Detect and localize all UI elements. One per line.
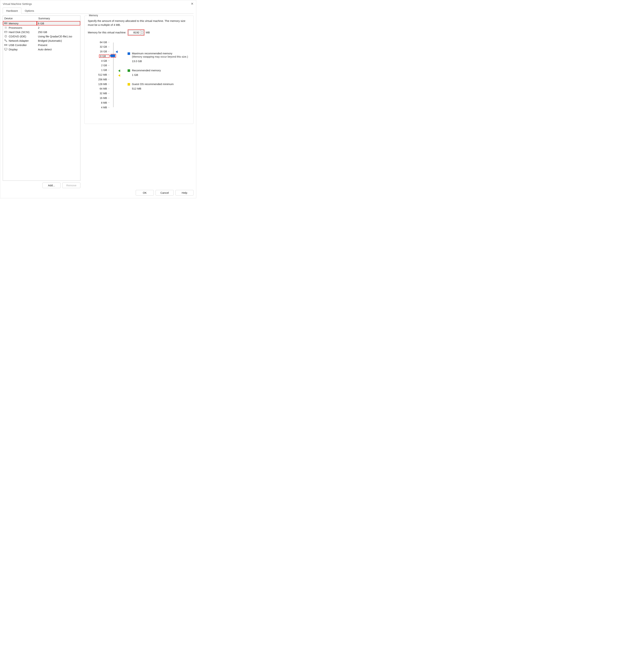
memory-icon [4, 22, 8, 25]
svg-rect-20 [6, 45, 7, 45]
svg-point-15 [5, 36, 6, 36]
memory-spinner[interactable]: ▲ ▼ [141, 30, 144, 35]
legend-max-label: Maximum recommended memory [132, 52, 188, 55]
svg-rect-11 [4, 31, 7, 33]
help-button[interactable]: Help [175, 190, 194, 195]
device-summary: 2 [37, 26, 80, 30]
svg-rect-17 [6, 41, 7, 42]
svg-rect-1 [4, 23, 5, 24]
group-title: Memory [88, 14, 99, 17]
memory-input[interactable] [129, 30, 141, 35]
marker-min-icon [118, 74, 120, 77]
slider-handle[interactable] [111, 55, 115, 57]
content: Hardware Options Device Summary Memory 6… [0, 7, 196, 198]
remove-button: Remove [62, 183, 80, 188]
add-button[interactable]: Add... [42, 183, 61, 188]
device-row-network[interactable]: Network Adapter Bridged (Automatic) [3, 38, 80, 43]
ok-button[interactable]: OK [136, 190, 154, 195]
cancel-button[interactable]: Cancel [156, 190, 174, 195]
svg-rect-10 [5, 27, 6, 28]
device-summary: Bridged (Automatic) [37, 38, 80, 43]
legend-rec-label: Recommended memory [132, 69, 161, 72]
memory-description: Specify the amount of memory allocated t… [88, 19, 190, 27]
swatch-min [128, 83, 130, 85]
svg-rect-16 [4, 40, 5, 40]
memory-slider[interactable] [112, 41, 115, 109]
device-name: USB Controller [9, 43, 27, 46]
device-name: Network Adapter [9, 39, 29, 42]
device-row-memory[interactable]: Memory 6 GB [3, 21, 80, 26]
device-summary: Present [37, 43, 80, 47]
device-row-display[interactable]: Display Auto detect [3, 47, 80, 51]
marker-max-icon [116, 50, 117, 53]
device-name: CD/DVD (IDE) [9, 35, 26, 38]
scale-highlight-8gb: 8 GB [99, 55, 109, 58]
tab-hardware[interactable]: Hardware [3, 8, 21, 14]
memory-group: Memory Specify the amount of memory allo… [84, 15, 194, 124]
titlebar: Virtual Machine Settings ✕ [0, 0, 196, 7]
legend-max-note: (Memory swapping may occur beyond this s… [132, 55, 188, 58]
memory-unit: MB [146, 31, 150, 34]
device-name: Display [9, 48, 18, 51]
device-summary: Using file QradarCE-file1.iso [37, 34, 80, 38]
svg-rect-18 [4, 44, 7, 46]
header-summary[interactable]: Summary [37, 16, 80, 21]
slider-track [113, 42, 114, 107]
device-row-cddvd[interactable]: CD/DVD (IDE) Using file QradarCE-file1.i… [3, 34, 80, 38]
legend-min-label: Guest OS recommended minimum [132, 82, 174, 85]
tab-options[interactable]: Options [21, 8, 38, 14]
device-row-usb[interactable]: USB Controller Present [3, 43, 80, 47]
device-row-harddisk[interactable]: Hard Disk (SCSI) 250 GB [3, 30, 80, 34]
spinner-down-icon[interactable]: ▼ [141, 33, 143, 35]
legend-rec-value: 1 GB [132, 73, 161, 76]
legend-min-value: 512 MB [132, 87, 174, 90]
swatch-max [128, 52, 130, 55]
slider-handle-highlight [110, 54, 116, 58]
device-header: Device Summary [3, 16, 80, 21]
svg-rect-19 [5, 45, 5, 45]
network-icon [4, 39, 8, 42]
device-name: Processors [9, 26, 22, 29]
close-icon[interactable]: ✕ [191, 2, 194, 6]
device-name: Hard Disk (SCSI) [9, 31, 29, 34]
usb-icon [4, 43, 8, 46]
device-row-processors[interactable]: Processors 2 [3, 26, 80, 30]
marker-rec-icon [118, 70, 120, 72]
swatch-rec [128, 69, 130, 72]
dialog-footer: OK Cancel Help [3, 188, 194, 195]
svg-rect-9 [5, 27, 7, 29]
window-title: Virtual Machine Settings [3, 2, 32, 5]
device-table: Device Summary Memory 6 GB Process [3, 15, 80, 181]
device-summary: Auto detect [37, 47, 80, 51]
cpu-icon [4, 26, 8, 29]
display-icon [4, 48, 8, 51]
svg-rect-21 [4, 48, 7, 50]
cd-icon [4, 35, 8, 38]
memory-input-label: Memory for this virtual machine: [88, 31, 126, 34]
svg-rect-2 [5, 23, 6, 24]
memory-field-highlight: ▲ ▼ [128, 29, 144, 36]
memory-scale: 64 GB 32 GB 16 GB 8 GB 4 GB 2 GB 1 GB 51… [88, 41, 109, 109]
svg-rect-3 [6, 23, 7, 24]
device-summary: 6 GB [37, 21, 80, 26]
spinner-up-icon[interactable]: ▲ [141, 30, 143, 33]
device-summary: 250 GB [37, 30, 80, 34]
device-name: Memory [9, 22, 19, 25]
tabstrip: Hardware Options [3, 7, 194, 14]
header-device[interactable]: Device [3, 16, 37, 21]
vm-settings-window: Virtual Machine Settings ✕ Hardware Opti… [0, 0, 196, 198]
disk-icon [4, 30, 8, 34]
legend-max-value: 13.0 GB [132, 60, 188, 63]
memory-legend: Maximum recommended memory (Memory swapp… [128, 41, 188, 109]
svg-point-14 [5, 35, 7, 37]
svg-point-12 [5, 32, 5, 33]
